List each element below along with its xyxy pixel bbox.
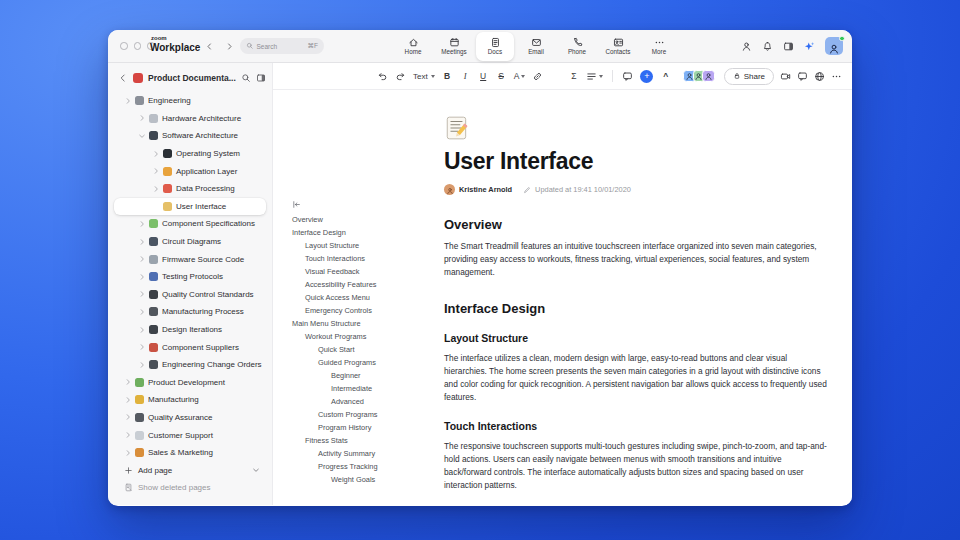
doc-title[interactable]: User Interface bbox=[444, 148, 828, 175]
outline-item-quick-start[interactable]: Quick Start bbox=[292, 343, 378, 356]
chevron-right-icon[interactable] bbox=[124, 396, 132, 404]
outline-item-advanced[interactable]: Advanced bbox=[292, 395, 378, 408]
toolbar-equation-button[interactable]: Σ bbox=[566, 68, 581, 84]
toolbar-collapse-toolbar-button[interactable]: ^ bbox=[658, 68, 673, 84]
doc-h3-layout-structure[interactable]: Layout Structure bbox=[444, 332, 828, 344]
sidebar-item-software-architecture[interactable]: Software Architecture bbox=[108, 127, 272, 145]
sidebar-item-circuit-diagrams[interactable]: Circuit Diagrams bbox=[108, 233, 272, 251]
outline-item-activity-summary[interactable]: Activity Summary bbox=[292, 447, 378, 460]
outline-item-accessibility-features[interactable]: Accessibility Features bbox=[292, 278, 378, 291]
chevron-right-icon[interactable] bbox=[138, 114, 146, 122]
side-panel-icon[interactable] bbox=[783, 41, 794, 52]
outline-item-intermediate[interactable]: Intermediate bbox=[292, 382, 378, 395]
outline-item-interface-design[interactable]: Interface Design bbox=[292, 226, 378, 239]
toolbar-text-color-button[interactable]: A bbox=[512, 68, 528, 84]
sidebar-item-testing-protocols[interactable]: Testing Protocols bbox=[108, 268, 272, 286]
chevron-right-icon[interactable] bbox=[138, 343, 146, 351]
chat-icon[interactable] bbox=[797, 71, 808, 82]
outline-item-overview[interactable]: Overview bbox=[292, 213, 378, 226]
tab-meetings[interactable]: Meetings bbox=[435, 32, 473, 61]
close-window-button[interactable] bbox=[120, 42, 128, 50]
sidebar-item-user-interface[interactable]: User Interface bbox=[114, 198, 266, 216]
sidebar-item-sales-marketing[interactable]: Sales & Marketing bbox=[108, 444, 272, 462]
outline-item-visual-feedback[interactable]: Visual Feedback bbox=[292, 265, 378, 278]
chevron-right-icon[interactable] bbox=[138, 361, 146, 369]
chevron-right-icon[interactable] bbox=[138, 308, 146, 316]
sidebar-item-engineering[interactable]: Engineering bbox=[108, 92, 272, 110]
outline-item-beginner[interactable]: Beginner bbox=[292, 369, 378, 382]
sidebar-item-application-layer[interactable]: Application Layer bbox=[108, 162, 272, 180]
doc-p-the-smart-treadmill-feat[interactable]: The Smart Treadmill features an intuitiv… bbox=[444, 240, 828, 279]
toolbar-strikethrough-button[interactable]: S bbox=[494, 68, 509, 84]
sidebar-item-component-specifications[interactable]: Component Specifications bbox=[108, 215, 272, 233]
toolbar-bold-button[interactable]: B bbox=[440, 68, 455, 84]
chevron-right-icon[interactable] bbox=[124, 449, 132, 457]
sidebar-item-engineering-change-orders[interactable]: Engineering Change Orders bbox=[108, 356, 272, 374]
tab-home[interactable]: Home bbox=[394, 32, 432, 61]
collaborator-avatar-3[interactable] bbox=[702, 70, 715, 83]
more-options-icon[interactable] bbox=[831, 71, 842, 82]
chevron-down-icon[interactable] bbox=[252, 466, 260, 474]
sidebar-item-data-processing[interactable]: Data Processing bbox=[108, 180, 272, 198]
outline-collapse-icon[interactable] bbox=[292, 200, 301, 209]
chevron-right-icon[interactable] bbox=[124, 97, 132, 105]
doc-p-the-interface-utilizes-a[interactable]: The interface utilizes a clean, modern d… bbox=[444, 352, 828, 404]
toolbar-italic-button[interactable]: I bbox=[458, 68, 473, 84]
chevron-right-icon[interactable] bbox=[138, 255, 146, 263]
sidebar-item-manufacturing-process[interactable]: Manufacturing Process bbox=[108, 303, 272, 321]
toolbar-text-style-button[interactable]: Text bbox=[411, 68, 437, 84]
chevron-right-icon[interactable] bbox=[138, 326, 146, 334]
outline-item-fitness-stats[interactable]: Fitness Stats bbox=[292, 434, 378, 447]
chevron-right-icon[interactable] bbox=[138, 273, 146, 281]
tab-contacts[interactable]: Contacts bbox=[599, 32, 637, 61]
sidebar-item-hardware-architecture[interactable]: Hardware Architecture bbox=[108, 110, 272, 128]
add-page-button[interactable]: Add page bbox=[108, 461, 272, 479]
sidebar-item-manufacturing[interactable]: Manufacturing bbox=[108, 391, 272, 409]
video-call-icon[interactable] bbox=[780, 71, 791, 82]
outline-item-custom-programs[interactable]: Custom Programs bbox=[292, 408, 378, 421]
doc-h2-interface-design[interactable]: Interface Design bbox=[444, 301, 828, 316]
outline-item-guided-programs[interactable]: Guided Programs bbox=[292, 356, 378, 369]
toolbar-comment-button[interactable] bbox=[620, 68, 635, 84]
outline-item-main-menu-structure[interactable]: Main Menu Structure bbox=[292, 317, 378, 330]
sidebar-item-customer-support[interactable]: Customer Support bbox=[108, 426, 272, 444]
doc-p-the-responsive-touchscre[interactable]: The responsive touchscreen supports mult… bbox=[444, 440, 828, 492]
outline-item-emergency-controls[interactable]: Emergency Controls bbox=[292, 304, 378, 317]
chevron-right-icon[interactable] bbox=[124, 413, 132, 421]
outline-item-weight-goals[interactable]: Weight Goals bbox=[292, 473, 378, 486]
chevron-right-icon[interactable] bbox=[138, 238, 146, 246]
sidebar-item-quality-assurance[interactable]: Quality Assurance bbox=[108, 409, 272, 427]
tab-phone[interactable]: Phone bbox=[558, 32, 596, 61]
doc-h2-overview[interactable]: Overview bbox=[444, 217, 828, 232]
profile-icon[interactable] bbox=[741, 41, 752, 52]
chevron-right-icon[interactable] bbox=[124, 431, 132, 439]
chevron-down-icon[interactable] bbox=[138, 132, 146, 140]
outline-item-progress-tracking[interactable]: Progress Tracking bbox=[292, 460, 378, 473]
sidebar-panel-icon[interactable] bbox=[256, 73, 266, 83]
chevron-right-icon[interactable] bbox=[124, 378, 132, 386]
notifications-bell-icon[interactable] bbox=[762, 41, 773, 52]
global-search-input[interactable]: Search ⌘F bbox=[240, 38, 324, 54]
back-chevron-icon[interactable] bbox=[205, 42, 214, 51]
sidebar-item-component-suppliers[interactable]: Component Suppliers bbox=[108, 338, 272, 356]
back-arrow-icon[interactable] bbox=[118, 73, 128, 83]
sidebar-item-firmware-source-code[interactable]: Firmware Source Code bbox=[108, 250, 272, 268]
chevron-right-icon[interactable] bbox=[138, 290, 146, 298]
chevron-right-icon[interactable] bbox=[138, 220, 146, 228]
doc-h3-touch-interactions[interactable]: Touch Interactions bbox=[444, 420, 828, 432]
sidebar-item-design-iterations[interactable]: Design Iterations bbox=[108, 321, 272, 339]
sidebar-item-quality-control-standards[interactable]: Quality Control Standards bbox=[108, 286, 272, 304]
tab-docs[interactable]: Docs bbox=[476, 32, 514, 61]
tab-more[interactable]: More bbox=[640, 32, 678, 61]
toolbar-link-button[interactable] bbox=[530, 68, 545, 84]
toolbar-undo-button[interactable] bbox=[375, 68, 390, 84]
outline-item-program-history[interactable]: Program History bbox=[292, 421, 378, 434]
document-body[interactable]: User Interface Kristine Arnold Updated a… bbox=[444, 90, 828, 492]
sidebar-item-product-development[interactable]: Product Development bbox=[108, 374, 272, 392]
outline-item-quick-access-menu[interactable]: Quick Access Menu bbox=[292, 291, 378, 304]
ai-companion-icon[interactable] bbox=[804, 41, 815, 52]
doc-memo-icon[interactable] bbox=[444, 115, 470, 141]
chevron-right-icon[interactable] bbox=[152, 185, 160, 193]
toolbar-redo-button[interactable] bbox=[393, 68, 408, 84]
sidebar-search-icon[interactable] bbox=[241, 73, 251, 83]
